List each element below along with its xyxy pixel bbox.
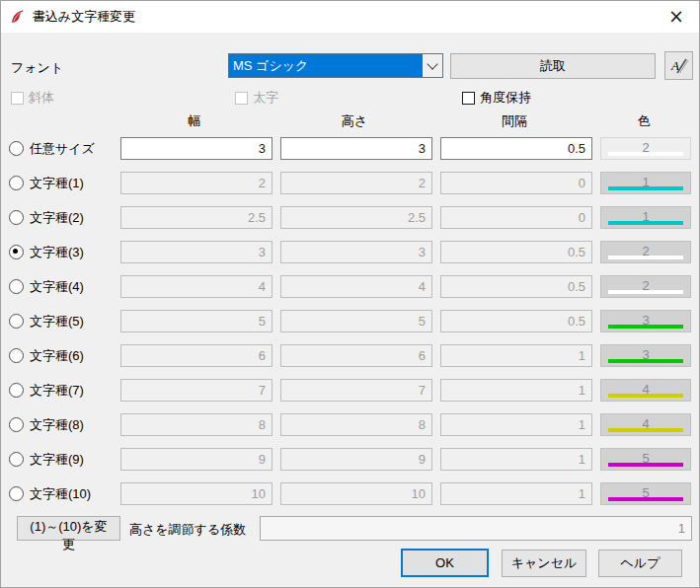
spacing-input — [440, 413, 592, 436]
pen-color-button[interactable]: 2 — [600, 241, 691, 263]
row-radio[interactable] — [9, 486, 24, 501]
bold-checkbox: 太字 — [235, 89, 278, 107]
help-button[interactable]: ヘルプ — [598, 550, 682, 577]
width-input — [120, 413, 272, 436]
pen-color-bar — [608, 428, 683, 432]
text-type-row: 文字種(2)1 — [1, 200, 699, 235]
cancel-button[interactable]: キャンセル — [502, 550, 586, 577]
pen-color-bar — [608, 152, 683, 156]
ok-button[interactable]: OK — [401, 549, 489, 577]
pen-color-button[interactable]: 5 — [600, 448, 691, 471]
text-type-row: 文字種(5)3 — [1, 304, 699, 338]
titlebar: 書込み文字種変更 × — [1, 1, 699, 33]
width-input[interactable] — [120, 137, 272, 160]
height-factor-input[interactable] — [260, 516, 692, 541]
italic-checkbox: 斜体 — [11, 89, 54, 107]
font-pencil-icon: A — [669, 56, 689, 76]
pen-color-bar — [608, 325, 683, 329]
text-type-row: 文字種(6)3 — [1, 338, 699, 373]
height-input — [280, 241, 432, 263]
row-radio[interactable] — [9, 279, 24, 294]
width-input — [120, 241, 272, 263]
window-title: 書込み文字種変更 — [33, 8, 135, 26]
font-label: フォント — [11, 59, 63, 77]
row-label: 文字種(2) — [30, 209, 120, 227]
spacing-input — [440, 448, 592, 471]
spacing-input — [440, 379, 592, 402]
height-input — [280, 172, 432, 194]
column-header-spacing: 間隔 — [438, 112, 590, 130]
width-input — [120, 310, 272, 332]
pen-color-bar — [608, 359, 683, 363]
height-factor-label: 高さを調節する係数 — [129, 521, 246, 539]
read-button[interactable]: 読取 — [450, 53, 656, 79]
pen-color-bar — [608, 290, 683, 294]
height-input — [280, 482, 432, 505]
height-input — [280, 448, 432, 471]
keep-angle-checkbox-label: 角度保持 — [480, 89, 531, 107]
height-input — [280, 413, 432, 436]
keep-angle-checkbox-box[interactable] — [462, 92, 475, 105]
bold-checkbox-label: 太字 — [253, 89, 278, 107]
row-label: 文字種(5) — [30, 313, 120, 331]
close-button[interactable]: × — [654, 1, 699, 32]
row-label: 文字種(10) — [30, 485, 120, 503]
pen-color-bar — [608, 256, 683, 259]
change-1-10-button[interactable]: (1)～(10)を変更 — [17, 516, 120, 541]
font-combobox[interactable]: MS ゴシック — [228, 53, 443, 78]
spacing-input — [440, 172, 592, 194]
row-radio[interactable] — [9, 245, 24, 259]
pen-color-button[interactable]: 1 — [600, 206, 691, 229]
pen-color-button[interactable]: 2 — [600, 275, 691, 298]
text-type-row: 任意サイズ2 — [1, 131, 699, 166]
row-label: 文字種(7) — [30, 382, 120, 400]
width-input — [120, 344, 272, 367]
keep-angle-checkbox[interactable]: 角度保持 — [462, 89, 531, 107]
row-radio[interactable] — [9, 348, 24, 363]
pen-color-bar — [608, 463, 683, 467]
row-radio[interactable] — [9, 452, 24, 467]
font-combobox-value: MS ゴシック — [229, 54, 422, 77]
pen-color-button[interactable]: 2 — [600, 137, 691, 160]
font-edit-button[interactable]: A — [664, 51, 693, 80]
height-input — [280, 275, 432, 298]
dialog-body: フォント MS ゴシック 読取 A 斜体 太字 角度保持 幅 高さ — [1, 33, 699, 587]
width-input — [120, 448, 272, 471]
row-radio[interactable] — [9, 383, 24, 398]
spacing-input — [440, 241, 592, 263]
pen-color-button[interactable]: 3 — [600, 310, 691, 332]
row-radio[interactable] — [9, 314, 24, 329]
close-icon: × — [668, 7, 684, 26]
row-label: 文字種(1) — [30, 175, 120, 192]
pen-color-button[interactable]: 3 — [600, 344, 691, 367]
row-radio[interactable] — [9, 176, 24, 190]
width-input — [120, 482, 272, 505]
jwcad-feather-icon — [10, 9, 26, 25]
pen-color-button[interactable]: 5 — [600, 482, 691, 505]
row-radio[interactable] — [9, 210, 24, 225]
spacing-input[interactable] — [440, 137, 592, 160]
pen-color-button[interactable]: 1 — [600, 172, 691, 194]
row-radio[interactable] — [9, 417, 24, 432]
spacing-input — [440, 206, 592, 229]
pen-color-button[interactable]: 4 — [600, 413, 691, 436]
text-type-rows: 任意サイズ2文字種(1)1文字種(2)1文字種(3)2文字種(4)2文字種(5)… — [1, 131, 699, 511]
row-label: 文字種(6) — [30, 347, 120, 365]
spacing-input — [440, 344, 592, 367]
write-text-type-dialog: 書込み文字種変更 × フォント MS ゴシック 読取 A 斜体 太字 — [0, 0, 700, 588]
text-type-row: 文字種(9)5 — [1, 442, 699, 477]
pen-color-bar — [608, 221, 683, 225]
text-type-row: 文字種(1)1 — [1, 166, 699, 200]
height-input[interactable] — [280, 137, 432, 160]
pen-color-button[interactable]: 4 — [600, 379, 691, 402]
text-type-row: 文字種(4)2 — [1, 269, 699, 304]
row-label: 任意サイズ — [30, 140, 120, 158]
height-input — [280, 206, 432, 229]
column-headers: 幅 高さ 間隔 色 — [1, 112, 699, 130]
row-radio[interactable] — [9, 141, 24, 156]
row-label: 文字種(8) — [30, 416, 120, 434]
width-input — [120, 172, 272, 194]
row-label: 文字種(9) — [30, 451, 120, 469]
chevron-down-icon[interactable] — [422, 54, 442, 77]
width-input — [120, 206, 272, 229]
